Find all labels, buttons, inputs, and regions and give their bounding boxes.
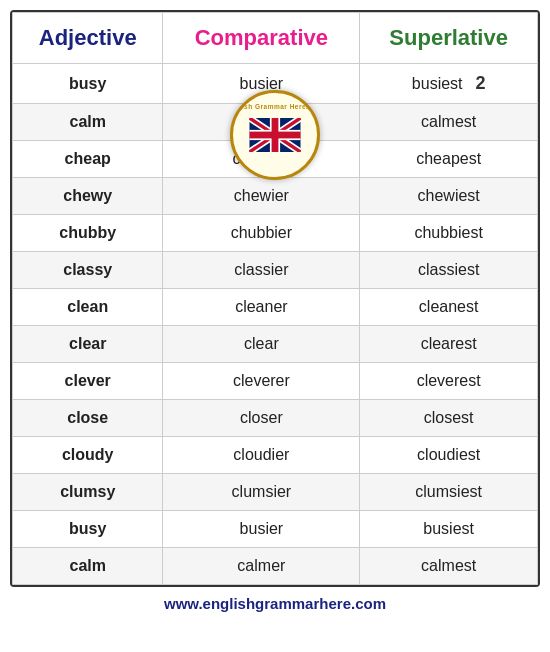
superlative-cell: cheapest xyxy=(360,141,538,178)
table-row: chubbychubbierchubbiest xyxy=(13,215,538,252)
adjective-cell: busy xyxy=(13,511,163,548)
superlative-cell: chubbiest xyxy=(360,215,538,252)
superlative-cell: busiest xyxy=(360,511,538,548)
website-footer: www.englishgrammarhere.com xyxy=(164,595,386,612)
page-badge: 2 xyxy=(475,73,485,94)
adjective-cell: clever xyxy=(13,363,163,400)
adjective-cell: busy xyxy=(13,64,163,104)
superlative-cell: cloudiest xyxy=(360,437,538,474)
comparative-cell: busier xyxy=(163,511,360,548)
table-header-row: Adjective Comparative Superlative xyxy=(13,13,538,64)
superlative-cell: clearest xyxy=(360,326,538,363)
table-row: clearclearclearest xyxy=(13,326,538,363)
svg-rect-8 xyxy=(250,132,301,139)
superlative-cell: clumsiest xyxy=(360,474,538,511)
superlative-cell: cleanest xyxy=(360,289,538,326)
adjective-cell: clumsy xyxy=(13,474,163,511)
table-row: classyclassierclassiest xyxy=(13,252,538,289)
adjective-cell: close xyxy=(13,400,163,437)
stamp-logo: English Grammar Here.Com xyxy=(230,90,320,180)
col-superlative-header: Superlative xyxy=(360,13,538,64)
col-comparative-header: Comparative xyxy=(163,13,360,64)
comparative-cell: chewier xyxy=(163,178,360,215)
table-row: busybusierbusiest xyxy=(13,511,538,548)
table-wrapper: Adjective Comparative Superlative busybu… xyxy=(10,10,540,587)
table-row: calmcalmercalmest xyxy=(13,548,538,585)
comparative-cell: clear xyxy=(163,326,360,363)
superlative-cell: calmest xyxy=(360,104,538,141)
table-row: clevercleverercleverest xyxy=(13,363,538,400)
uk-flag-icon xyxy=(249,118,301,152)
adjective-cell: chewy xyxy=(13,178,163,215)
table-row: chewychewierchewiest xyxy=(13,178,538,215)
comparative-cell: classier xyxy=(163,252,360,289)
table-row: clumsyclumsierclumsiest xyxy=(13,474,538,511)
adjective-cell: chubby xyxy=(13,215,163,252)
adjective-cell: calm xyxy=(13,104,163,141)
superlative-cell: cleverest xyxy=(360,363,538,400)
superlative-cell: busiest 2 xyxy=(360,64,538,104)
stamp-arc-top: English Grammar Here.Com xyxy=(230,103,320,110)
comparative-cell: clumsier xyxy=(163,474,360,511)
table-row: closecloserclosest xyxy=(13,400,538,437)
table-row: cleancleanercleanest xyxy=(13,289,538,326)
comparative-cell: cloudier xyxy=(163,437,360,474)
comparative-cell: chubbier xyxy=(163,215,360,252)
adjective-cell: calm xyxy=(13,548,163,585)
superlative-cell: classiest xyxy=(360,252,538,289)
comparative-cell: calmer xyxy=(163,548,360,585)
col-adjective-header: Adjective xyxy=(13,13,163,64)
adjective-cell: clean xyxy=(13,289,163,326)
adjective-cell: classy xyxy=(13,252,163,289)
comparative-cell: cleverer xyxy=(163,363,360,400)
adjective-cell: cloudy xyxy=(13,437,163,474)
adjective-cell: cheap xyxy=(13,141,163,178)
adjective-cell: clear xyxy=(13,326,163,363)
table-row: cloudycloudiercloudiest xyxy=(13,437,538,474)
comparative-cell: cleaner xyxy=(163,289,360,326)
superlative-cell: calmest xyxy=(360,548,538,585)
comparative-cell: closer xyxy=(163,400,360,437)
superlative-cell: closest xyxy=(360,400,538,437)
superlative-cell: chewiest xyxy=(360,178,538,215)
